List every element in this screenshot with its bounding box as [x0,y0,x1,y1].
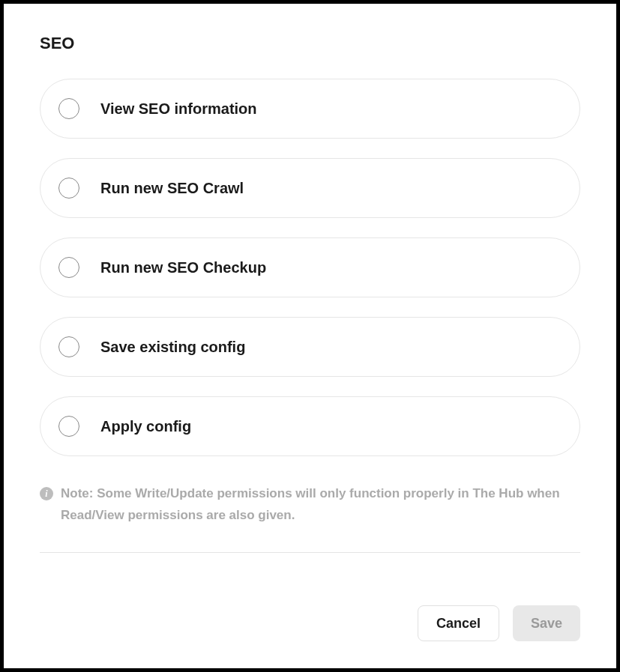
permissions-note: i Note: Some Write/Update permissions wi… [40,483,580,527]
note-text: Note: Some Write/Update permissions will… [61,483,580,527]
checkbox-circle-icon[interactable] [58,178,79,199]
checkbox-circle-icon[interactable] [58,257,79,278]
checkbox-circle-icon[interactable] [58,336,79,357]
option-save-existing-config[interactable]: Save existing config [40,317,580,377]
cancel-button[interactable]: Cancel [418,605,499,641]
option-run-new-seo-crawl[interactable]: Run new SEO Crawl [40,158,580,218]
info-icon: i [40,487,53,500]
option-label: Save existing config [100,339,245,356]
actions-bar: Cancel Save [418,605,580,641]
divider [40,552,580,553]
checkbox-circle-icon[interactable] [58,416,79,437]
option-apply-config[interactable]: Apply config [40,396,580,456]
settings-panel: SEO View SEO information Run new SEO Cra… [4,4,616,668]
save-button[interactable]: Save [513,605,580,641]
option-label: Run new SEO Checkup [100,259,266,276]
option-label: View SEO information [100,100,257,118]
checkbox-circle-icon[interactable] [58,98,79,119]
option-view-seo-information[interactable]: View SEO information [40,79,580,139]
option-label: Run new SEO Crawl [100,180,244,197]
option-run-new-seo-checkup[interactable]: Run new SEO Checkup [40,237,580,297]
option-label: Apply config [100,418,191,435]
options-list: View SEO information Run new SEO Crawl R… [40,79,580,456]
section-title: SEO [40,34,580,53]
